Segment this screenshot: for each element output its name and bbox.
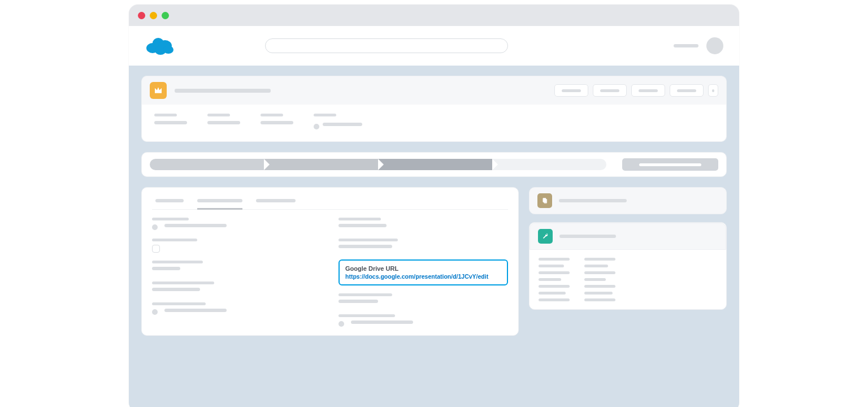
svg-rect-6 [544,199,547,204]
detail-field [152,239,322,253]
detail-field [152,261,322,274]
record-title-placeholder [175,89,271,93]
action-button-1[interactable] [554,84,588,97]
app-window: Google Drive URL https://docs.google.com… [129,5,739,407]
detail-fields: Google Drive URL https://docs.google.com… [152,218,508,327]
close-icon[interactable] [138,12,145,19]
tab-1[interactable] [155,196,184,209]
field-value-link[interactable]: https://docs.google.com/presentation/d/1… [345,273,501,280]
path-stage-3[interactable] [378,159,492,170]
related-list-body [530,250,726,309]
detail-field [338,293,508,306]
detail-field [152,282,322,295]
detail-field [152,302,322,315]
sidebar [529,187,727,310]
path-stage-1[interactable] [150,159,264,170]
maximize-icon[interactable] [162,12,169,19]
related-list-header[interactable] [530,223,726,250]
path-stages [150,159,606,170]
record-type-icon [150,82,167,99]
global-header [129,26,739,66]
action-overflow-button[interactable] [708,84,718,97]
path-stage-2[interactable] [264,159,378,170]
user-avatar[interactable] [706,37,723,54]
highlight-field-3 [261,114,293,131]
highlight-field-4 [314,114,362,131]
tab-2[interactable] [197,196,242,210]
salesforce-logo-icon [145,34,176,57]
path-card [141,152,727,177]
google-drive-url-field[interactable]: Google Drive URL https://docs.google.com… [338,259,508,285]
detail-left-column [152,218,322,327]
page-content: Google Drive URL https://docs.google.com… [129,66,739,407]
tab-3[interactable] [256,196,296,209]
detail-right-column: Google Drive URL https://docs.google.com… [338,218,508,327]
files-icon [537,193,552,208]
record-actions [554,84,718,97]
tabset [152,196,508,210]
detail-field [152,218,322,231]
window-titlebar [129,5,739,26]
action-button-2[interactable] [593,84,627,97]
highlight-field-2 [207,114,240,131]
path-stage-4[interactable] [492,159,606,170]
record-highlights [141,105,727,142]
related-list-tool [529,222,727,310]
detail-field [338,239,508,252]
action-button-3[interactable] [631,84,665,97]
detail-field [338,314,508,327]
global-search-input[interactable] [265,38,508,53]
record-header [141,76,727,105]
related-list-files[interactable] [529,187,727,214]
wrench-icon [538,229,553,244]
header-link-placeholder[interactable] [674,44,698,47]
detail-panel: Google Drive URL https://docs.google.com… [141,187,519,336]
detail-field [338,218,508,231]
minimize-icon[interactable] [150,12,157,19]
body-columns: Google Drive URL https://docs.google.com… [141,187,727,336]
checkbox-placeholder[interactable] [152,245,160,253]
mark-stage-complete-button[interactable] [622,158,718,171]
status-dot-icon [314,124,319,129]
header-utilities [674,37,723,54]
svg-point-4 [163,46,173,54]
highlight-field-1 [154,114,187,131]
field-label: Google Drive URL [345,265,501,272]
action-button-4[interactable] [670,84,704,97]
